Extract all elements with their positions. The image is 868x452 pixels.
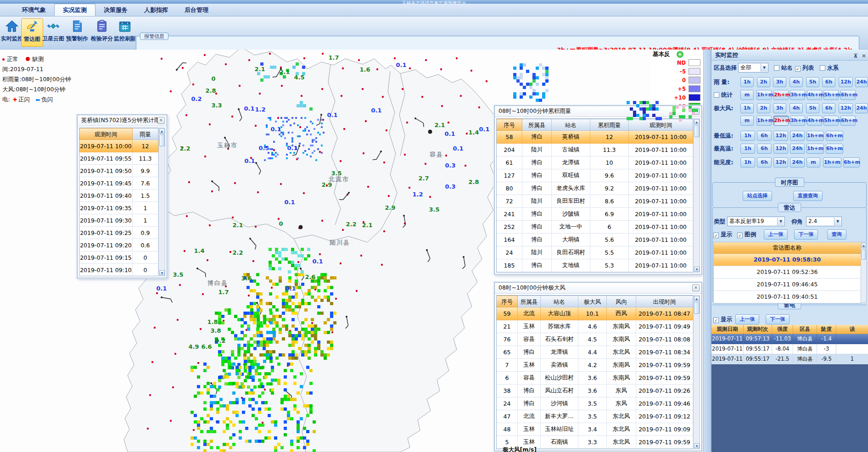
- radar-image-item[interactable]: 2019-07-11 09:40:51: [714, 291, 861, 303]
- station-dot[interactable]: [322, 53, 324, 55]
- scroll-down-icon[interactable]: ▼: [159, 270, 165, 275]
- station-dot[interactable]: [161, 58, 162, 60]
- table-row[interactable]: 185博白文地镇5.32019-07-11 10:00: [497, 259, 700, 272]
- table-row[interactable]: 2019-07-11 09:250.9: [79, 227, 165, 239]
- period-button-24h[interactable]: 24h: [855, 103, 868, 113]
- period-button-2h[interactable]: 2h: [757, 103, 770, 113]
- table-row[interactable]: 2019-07-11 09:200.6: [79, 239, 165, 251]
- station-dot[interactable]: [170, 420, 172, 422]
- scroll-up-icon[interactable]: ▲: [159, 128, 165, 134]
- station-dot[interactable]: [486, 80, 487, 82]
- column-header[interactable]: 观测时间: [79, 128, 133, 140]
- station-dot[interactable]: [204, 54, 206, 56]
- table-row[interactable]: 61博白龙潭镇102019-07-11 10:00: [497, 156, 700, 169]
- station-select-button[interactable]: 站点选择: [743, 191, 772, 201]
- table-row[interactable]: 204陆川古城镇11.32019-07-11 10:00: [497, 144, 700, 156]
- period-button-1h+m[interactable]: 1h+m: [756, 116, 772, 126]
- period-button-6h[interactable]: 6h: [822, 77, 835, 87]
- station-dot[interactable]: [151, 361, 153, 363]
- period-button-4h[interactable]: 4h: [790, 103, 803, 113]
- period-button-3h+m[interactable]: 3h+m: [790, 116, 805, 126]
- station-dot[interactable]: [445, 155, 447, 156]
- close-icon[interactable]: ✕: [862, 53, 866, 59]
- column-header[interactable]: 风向: [607, 296, 636, 307]
- period-button-12h[interactable]: 12h: [773, 157, 788, 167]
- table-row[interactable]: 164博白大垌镇5.62019-07-11 10:00: [497, 234, 700, 246]
- checkbox-icon[interactable]: ✓: [713, 233, 719, 238]
- column-header[interactable]: 陡度: [817, 325, 836, 334]
- station-dot[interactable]: [177, 319, 179, 321]
- period-button-6h[interactable]: 6h: [757, 157, 772, 167]
- table-row[interactable]: 59北流大容山顶10.1西风2019-07-11 08:47: [497, 307, 700, 320]
- period-button-1h[interactable]: 1h: [740, 144, 755, 154]
- station-dot-large[interactable]: [299, 225, 303, 229]
- period-button-12h[interactable]: 12h: [773, 144, 788, 154]
- station-dot[interactable]: [234, 182, 236, 184]
- period-button-m[interactable]: m: [806, 157, 820, 167]
- chevron-down-icon[interactable]: ▼: [834, 218, 841, 225]
- radar-image-item[interactable]: 2019-07-11 09:52:36: [714, 266, 861, 279]
- station-dot[interactable]: [460, 95, 462, 97]
- station-dot[interactable]: [255, 226, 257, 228]
- scroll-up-icon[interactable]: ▲: [694, 296, 700, 301]
- table-row[interactable]: 241博白沙陂镇6.92019-07-11 10:00: [497, 208, 700, 221]
- table-row[interactable]: 2019-07-11 09:150: [79, 251, 165, 264]
- period-button-6h+m[interactable]: 6h+m: [840, 116, 856, 126]
- station-dot[interactable]: [383, 230, 385, 232]
- station-dot[interactable]: [248, 295, 250, 296]
- checkbox-icon[interactable]: ✓: [713, 318, 719, 323]
- station-dot[interactable]: [149, 394, 151, 396]
- station-dot[interactable]: [204, 156, 206, 157]
- table-row[interactable]: 24博白沙河镇3.5东风2019-07-11 09:46: [497, 397, 700, 410]
- station-dot[interactable]: [248, 59, 250, 61]
- station-dot[interactable]: [429, 196, 431, 198]
- station-dot[interactable]: [209, 224, 211, 226]
- table-row[interactable]: 127博白双旺镇9.62019-07-11 10:00: [497, 169, 700, 182]
- station-dot[interactable]: [188, 181, 190, 183]
- station-dot[interactable]: [156, 292, 158, 294]
- station-dot[interactable]: [174, 353, 176, 355]
- column-header[interactable]: 所属县: [518, 296, 541, 307]
- station-dot[interactable]: [356, 290, 358, 292]
- station-dot[interactable]: [230, 251, 231, 253]
- station-dot[interactable]: [207, 259, 208, 261]
- station-dot[interactable]: [264, 389, 266, 391]
- toolbar-button-6[interactable]: 监控刷新: [114, 18, 136, 47]
- station-dot[interactable]: [202, 293, 204, 295]
- station-dot[interactable]: [360, 255, 362, 257]
- station-dot[interactable]: [470, 70, 472, 72]
- period-button-1h[interactable]: 1h: [740, 77, 754, 87]
- station-dot[interactable]: [182, 67, 184, 69]
- table-row[interactable]: 2019-07-11 09:509.9: [79, 165, 165, 177]
- station-dot[interactable]: [297, 261, 299, 263]
- max-wind-panel[interactable]: 08时~10时00分钟极大风 ✕ 序号所属县站名极大风风向出现时间59北流大容山…: [494, 282, 702, 451]
- station-dot[interactable]: [383, 162, 385, 163]
- accumulated-rain-panel[interactable]: 08时~10时00分钟累积雨量 ✕ 序号所属县站名累积雨量观测时间58博白英桥镇…: [494, 106, 702, 274]
- panel-scrollbar[interactable]: ▲▼: [158, 128, 165, 276]
- station-dot[interactable]: [367, 186, 369, 188]
- toolbar-button-4[interactable]: 预警制作: [66, 18, 88, 47]
- station-dot[interactable]: [335, 298, 337, 300]
- station-dot[interactable]: [448, 122, 449, 123]
- menu-tab-1[interactable]: 环境气象: [14, 4, 54, 16]
- checkbox-icon[interactable]: [820, 65, 825, 71]
- period-button-5h[interactable]: 5h: [806, 77, 819, 87]
- station-dot[interactable]: [303, 57, 305, 59]
- station-dot[interactable]: [231, 116, 233, 117]
- station-dot[interactable]: [186, 215, 188, 217]
- radar-image-item[interactable]: 2019-07-11 09:58:30: [714, 254, 861, 266]
- station-dot[interactable]: [257, 191, 259, 193]
- lightning-show-check[interactable]: ✓显示: [713, 314, 732, 324]
- toolbar-button-1[interactable]: 实时监控: [1, 18, 23, 47]
- period-button-m[interactable]: m: [740, 90, 754, 100]
- station-dot[interactable]: [147, 428, 149, 430]
- table-row[interactable]: 47北流新丰大罗…3.5东北风2019-07-11 09:12: [497, 410, 700, 423]
- station-dot[interactable]: [342, 229, 344, 231]
- column-header[interactable]: 强度: [772, 325, 793, 334]
- station-dot[interactable]: [211, 190, 213, 192]
- station-dot[interactable]: [303, 192, 305, 194]
- table-row[interactable]: 2019-07-11 09:457.6: [79, 177, 165, 190]
- close-icon[interactable]: ✕: [692, 285, 700, 291]
- station-dot[interactable]: [280, 183, 282, 185]
- toolbar-button-5[interactable]: 检验评分: [91, 18, 113, 47]
